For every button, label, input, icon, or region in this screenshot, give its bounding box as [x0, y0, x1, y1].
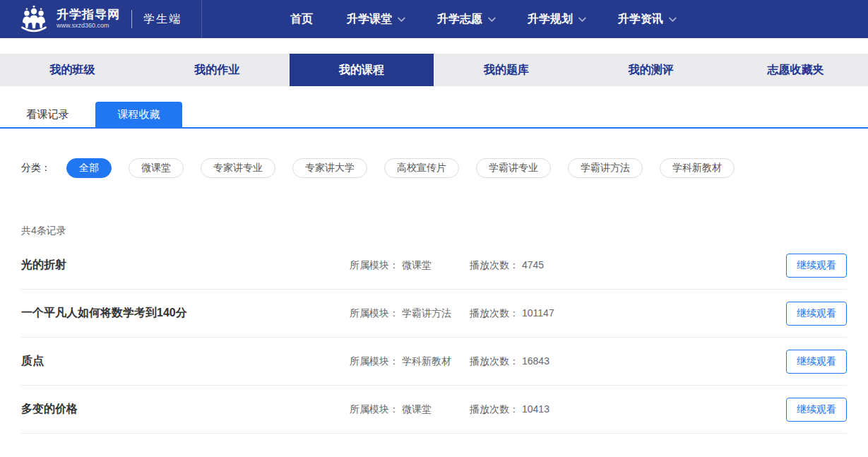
module-label: 所属模块：	[350, 307, 399, 320]
brand-divider	[131, 10, 132, 28]
nav-item-news[interactable]: 升学资讯	[618, 12, 674, 27]
portal-label: 学生端	[143, 12, 182, 27]
tab-my-courses[interactable]: 我的课程	[290, 54, 434, 86]
continue-watching-button[interactable]: 继续观看	[786, 398, 847, 422]
chevron-down-icon	[578, 14, 586, 22]
tab-my-assessment[interactable]: 我的测评	[578, 54, 723, 86]
nav-item-label: 升学资讯	[618, 12, 663, 27]
filter-pill-topstudent-major[interactable]: 学霸讲专业	[476, 158, 551, 178]
nav-item-label: 首页	[290, 12, 313, 27]
main-tab-bar: 我的班级 我的作业 我的课程 我的题库 我的测评 志愿收藏夹	[0, 54, 868, 86]
module-value: 微课堂	[402, 259, 432, 272]
course-meta: 所属模块： 学科新教材 播放次数： 16843	[350, 355, 549, 368]
chevron-down-icon	[669, 14, 677, 22]
nav-item-label: 升学课堂	[347, 12, 392, 27]
plays-value: 10413	[522, 403, 549, 416]
nav-item-label: 升学规划	[528, 12, 573, 27]
brand-logo[interactable]: 升学指导网 www.sxzd360.com 学生端	[0, 0, 202, 38]
module-cell: 所属模块： 微课堂	[350, 259, 470, 272]
filter-pill-topstudent-method[interactable]: 学霸讲方法	[568, 158, 643, 178]
filter-pill-campus-video[interactable]: 高校宣传片	[384, 158, 459, 178]
category-filter-row: 分类： 全部 微课堂 专家讲专业 专家讲大学 高校宣传片 学霸讲专业 学霸讲方法…	[0, 158, 868, 178]
plays-label: 播放次数：	[470, 259, 519, 272]
plays-cell: 播放次数： 4745	[470, 259, 544, 272]
filter-pill-micro-class[interactable]: 微课堂	[129, 158, 184, 178]
filter-pill-expert-university[interactable]: 专家讲大学	[292, 158, 367, 178]
records-count: 共4条记录	[21, 225, 847, 237]
course-rows: 光的折射 所属模块： 微课堂 播放次数： 4745 继续观看 一个平凡人如何将数…	[21, 242, 847, 434]
module-label: 所属模块：	[350, 259, 399, 272]
table-row: 多变的价格 所属模块： 微课堂 播放次数： 10413 继续观看	[21, 386, 847, 434]
plays-value: 4745	[522, 259, 544, 272]
module-value: 微课堂	[402, 403, 432, 416]
course-title: 质点	[21, 354, 350, 369]
subtab-watch-history[interactable]: 看课记录	[4, 102, 91, 127]
module-value: 学科新教材	[402, 355, 451, 368]
tab-my-class[interactable]: 我的班级	[0, 54, 145, 86]
filter-pill-all[interactable]: 全部	[66, 158, 112, 178]
site-url: www.sxzd360.com	[57, 23, 120, 30]
table-row: 光的折射 所属模块： 微课堂 播放次数： 4745 继续观看	[21, 242, 847, 290]
nav-item-planning[interactable]: 升学规划	[528, 12, 584, 27]
plays-cell: 播放次数： 101147	[470, 307, 554, 320]
plays-value: 16843	[522, 355, 549, 368]
continue-watching-button[interactable]: 继续观看	[786, 302, 847, 326]
site-name: 升学指导网	[57, 8, 120, 22]
nav-item-classroom[interactable]: 升学课堂	[347, 12, 403, 27]
module-label: 所属模块：	[350, 355, 399, 368]
filter-pill-expert-major[interactable]: 专家讲专业	[201, 158, 275, 178]
table-row: 一个平凡人如何将数学考到140分 所属模块： 学霸讲方法 播放次数： 10114…	[21, 290, 847, 338]
filter-label: 分类：	[21, 162, 51, 174]
plays-label: 播放次数：	[470, 403, 519, 416]
course-meta: 所属模块： 学霸讲方法 播放次数： 101147	[350, 307, 554, 320]
continue-watching-button[interactable]: 继续观看	[786, 254, 847, 278]
brand-text: 升学指导网 www.sxzd360.com	[57, 8, 120, 30]
nav-item-volunteer[interactable]: 升学志愿	[437, 12, 494, 27]
filter-pill-new-textbook[interactable]: 学科新教材	[660, 158, 735, 178]
continue-watching-button[interactable]: 继续观看	[786, 350, 847, 374]
tab-my-homework[interactable]: 我的作业	[145, 54, 290, 86]
course-title: 多变的价格	[21, 402, 350, 417]
chevron-down-icon	[398, 14, 405, 22]
course-favorites-list: 共4条记录 光的折射 所属模块： 微课堂 播放次数： 4745 继续观看 一个平…	[0, 225, 868, 434]
sub-tab-bar: 看课记录 课程收藏	[0, 102, 868, 129]
course-meta: 所属模块： 微课堂 播放次数： 4745	[350, 259, 544, 272]
nav-item-label: 升学志愿	[437, 12, 482, 27]
course-title: 一个平凡人如何将数学考到140分	[21, 306, 350, 321]
plays-cell: 播放次数： 10413	[470, 403, 549, 416]
table-row: 质点 所属模块： 学科新教材 播放次数： 16843 继续观看	[21, 338, 847, 386]
people-group-icon	[18, 4, 49, 35]
course-title: 光的折射	[21, 258, 350, 273]
chevron-down-icon	[488, 14, 496, 22]
module-cell: 所属模块： 学霸讲方法	[350, 307, 470, 320]
tab-wishlist-favorites[interactable]: 志愿收藏夹	[723, 54, 868, 86]
plays-value: 101147	[522, 307, 554, 320]
module-value: 学霸讲方法	[402, 307, 451, 320]
module-cell: 所属模块： 学科新教材	[350, 355, 470, 368]
top-nav-menu: 首页 升学课堂 升学志愿 升学规划 升学资讯	[290, 12, 708, 27]
module-cell: 所属模块： 微课堂	[350, 403, 470, 416]
top-navbar: 升学指导网 www.sxzd360.com 学生端 首页 升学课堂 升学志愿 升…	[0, 0, 868, 38]
plays-label: 播放次数：	[470, 355, 519, 368]
plays-cell: 播放次数： 16843	[470, 355, 549, 368]
course-meta: 所属模块： 微课堂 播放次数： 10413	[350, 403, 549, 416]
module-label: 所属模块：	[350, 403, 399, 416]
nav-item-home[interactable]: 首页	[290, 12, 313, 27]
tab-my-question-bank[interactable]: 我的题库	[434, 54, 578, 86]
plays-label: 播放次数：	[470, 307, 519, 320]
subtab-course-favorites[interactable]: 课程收藏	[95, 102, 182, 127]
